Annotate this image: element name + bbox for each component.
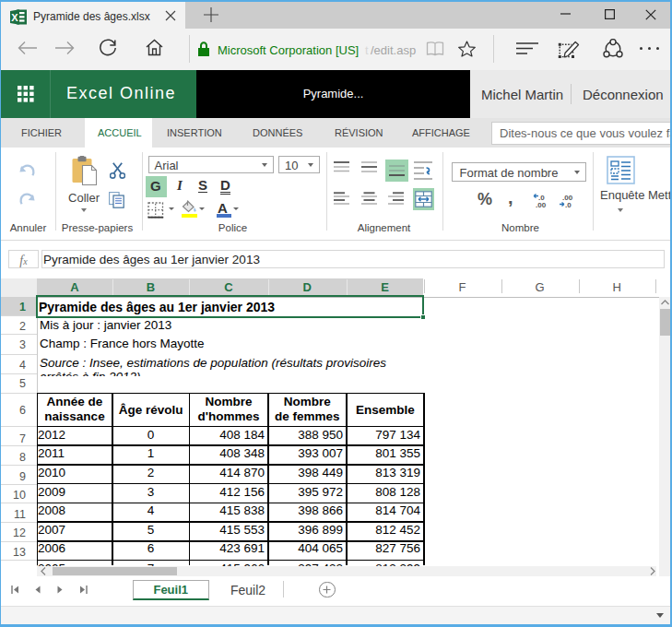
svg-text:.00: .00	[536, 201, 547, 208]
svg-text:.0: .0	[565, 201, 572, 208]
svg-text:X: X	[11, 12, 18, 23]
